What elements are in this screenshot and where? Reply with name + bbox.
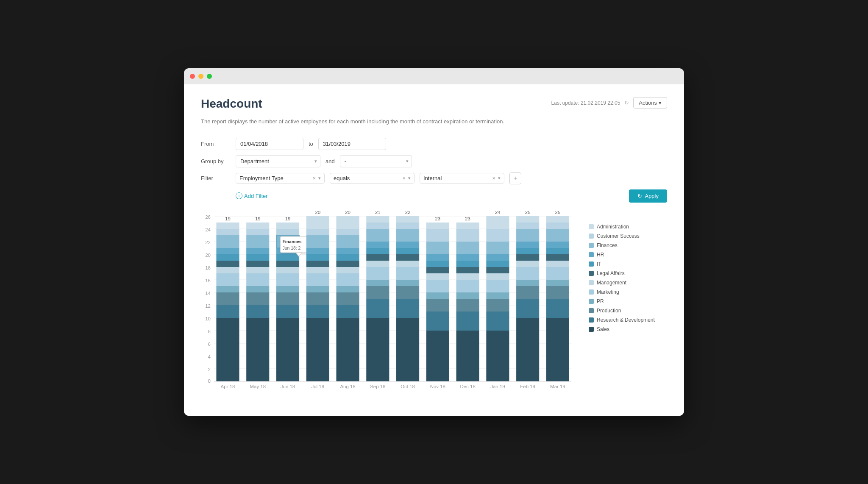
- svg-rect-190: [546, 267, 569, 280]
- svg-rect-28: [216, 318, 239, 381]
- svg-rect-119: [396, 280, 419, 286]
- svg-rect-34: [216, 261, 239, 267]
- svg-rect-117: [396, 299, 419, 318]
- group-by-select[interactable]: Department: [236, 155, 320, 167]
- add-filter-plus-button[interactable]: +: [509, 172, 521, 184]
- close-dot[interactable]: [190, 74, 195, 79]
- legend-color: [589, 261, 594, 267]
- to-date-input[interactable]: [318, 138, 386, 150]
- chevron-down-icon: ▾: [659, 100, 662, 106]
- svg-rect-108: [366, 254, 389, 261]
- maximize-dot[interactable]: [207, 74, 212, 79]
- svg-text:22: 22: [405, 211, 411, 215]
- to-label: to: [309, 141, 313, 147]
- from-label: From: [201, 141, 231, 147]
- chevron-down-icon[interactable]: ▾: [408, 175, 411, 181]
- filters-section: From to Group by Department ▾ and -: [201, 138, 667, 203]
- chevron-down-icon[interactable]: ▾: [498, 175, 501, 181]
- legend-color: [589, 234, 594, 239]
- svg-rect-144: [456, 331, 479, 381]
- svg-rect-147: [456, 292, 479, 299]
- svg-text:24: 24: [495, 211, 501, 215]
- svg-rect-136: [426, 267, 449, 273]
- legend-color: [589, 308, 594, 313]
- page-title: Headcount: [201, 97, 262, 111]
- svg-rect-38: [216, 229, 239, 235]
- svg-text:Dec 18: Dec 18: [460, 384, 475, 389]
- legend-item-it: IT: [589, 261, 667, 267]
- legend-item-marketing: Marketing: [589, 289, 667, 295]
- svg-rect-164: [486, 267, 509, 273]
- filter-value-tag[interactable]: Internal × ▾: [420, 173, 504, 184]
- svg-text:23: 23: [465, 216, 470, 221]
- svg-text:25: 25: [525, 211, 531, 215]
- svg-rect-151: [456, 261, 479, 267]
- svg-rect-197: [546, 216, 569, 223]
- minimize-dot[interactable]: [198, 74, 203, 79]
- svg-text:May 18: May 18: [250, 384, 266, 389]
- and-select[interactable]: -: [340, 155, 412, 167]
- legend-label: Research & Development: [597, 317, 655, 323]
- filter-field-tag[interactable]: Employment Type × ▾: [236, 173, 325, 184]
- svg-rect-194: [546, 242, 569, 248]
- svg-rect-82: [306, 248, 329, 254]
- svg-text:20: 20: [345, 211, 351, 215]
- svg-text:21: 21: [375, 211, 381, 215]
- legend-label: Production: [597, 308, 621, 314]
- svg-rect-95: [336, 254, 359, 261]
- bar-apr18: 19 Apr 18: [216, 216, 239, 389]
- legend-label: IT: [597, 261, 601, 267]
- svg-rect-110: [366, 242, 389, 248]
- svg-rect-106: [366, 267, 389, 280]
- svg-rect-126: [396, 223, 419, 229]
- svg-rect-97: [336, 235, 359, 248]
- svg-rect-103: [366, 299, 389, 318]
- svg-rect-102: [366, 318, 389, 381]
- svg-rect-177: [516, 261, 539, 267]
- svg-rect-109: [366, 248, 389, 254]
- svg-rect-93: [336, 267, 359, 273]
- svg-rect-48: [246, 261, 269, 267]
- filter-field-clear[interactable]: ×: [312, 175, 316, 181]
- svg-rect-172: [516, 318, 539, 381]
- svg-text:2: 2: [208, 367, 211, 372]
- chevron-down-icon[interactable]: ▾: [318, 175, 321, 181]
- svg-rect-84: [306, 229, 329, 235]
- svg-rect-121: [396, 261, 419, 267]
- svg-rect-150: [456, 267, 479, 273]
- svg-rect-186: [546, 318, 569, 381]
- svg-rect-83: [306, 235, 329, 248]
- svg-rect-31: [216, 286, 239, 292]
- svg-rect-181: [516, 229, 539, 242]
- svg-rect-133: [426, 292, 449, 299]
- apply-button[interactable]: ↻ Apply: [629, 189, 667, 203]
- svg-text:Finances: Finances: [283, 239, 302, 244]
- svg-rect-63: [276, 254, 299, 261]
- svg-rect-191: [546, 261, 569, 267]
- svg-rect-131: [426, 312, 449, 331]
- svg-text:Mar 19: Mar 19: [550, 384, 565, 389]
- svg-rect-175: [516, 280, 539, 286]
- svg-rect-44: [246, 292, 269, 305]
- svg-rect-88: [336, 318, 359, 381]
- actions-button[interactable]: Actions ▾: [633, 97, 667, 108]
- legend-label: Legal Affairs: [597, 270, 625, 276]
- page-header: Headcount Last update: 21.02.2019 22:05 …: [201, 97, 667, 111]
- svg-text:Aug 18: Aug 18: [340, 384, 355, 389]
- from-date-input[interactable]: [236, 138, 303, 150]
- filter-operator-value: equals: [334, 175, 350, 181]
- svg-rect-59: [276, 286, 299, 292]
- legend-color: [589, 224, 594, 229]
- add-filter-circle-icon: +: [236, 192, 242, 199]
- bar-oct18: 22 Oct 18: [396, 211, 419, 389]
- filter-operator-tag[interactable]: equals × ▾: [330, 173, 415, 184]
- legend-item-research-development: Research & Development: [589, 317, 667, 323]
- filter-value-clear[interactable]: ×: [492, 175, 495, 181]
- refresh-icon[interactable]: ↻: [624, 100, 629, 106]
- svg-rect-43: [246, 305, 269, 318]
- add-filter-button[interactable]: + Add Filter: [236, 192, 268, 199]
- svg-rect-85: [306, 216, 329, 229]
- svg-rect-80: [306, 261, 329, 267]
- svg-text:20: 20: [205, 253, 211, 258]
- filter-operator-clear[interactable]: ×: [402, 175, 406, 181]
